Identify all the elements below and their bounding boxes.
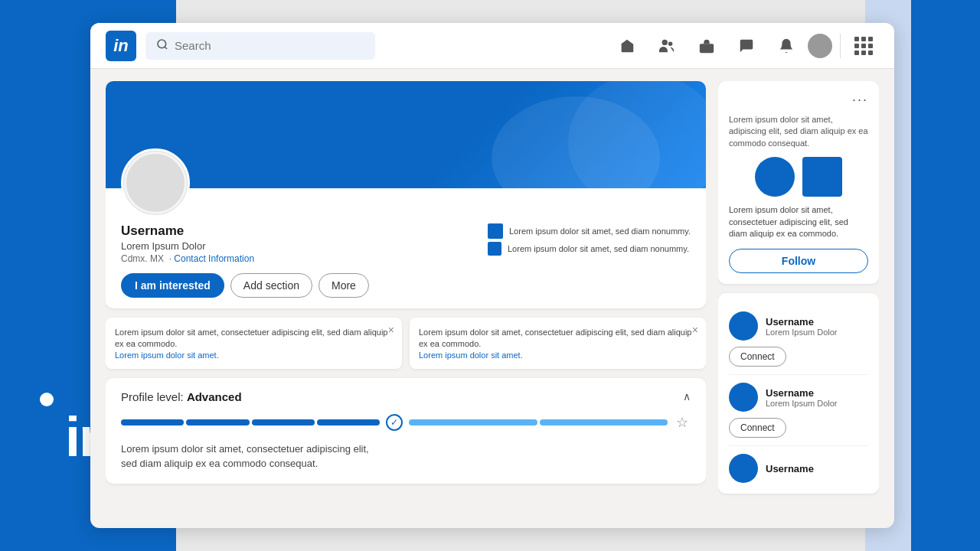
- profile-meta-block: Lorem ipsum dolor sit amet, sed diam non…: [488, 223, 691, 256]
- level-desc-line1: Lorem ipsum dolor sit amet, consectetuer…: [121, 443, 369, 455]
- meta-text-2: Lorem ipsum dolor sit amet, sed diam non…: [508, 243, 689, 254]
- nav-icons-group: [609, 26, 879, 66]
- person-item-1: Username Lorem Ipsum Dolor Connect: [729, 304, 868, 375]
- bg-right-panel: [911, 0, 980, 551]
- promo-shapes: [729, 157, 868, 197]
- follow-button[interactable]: Follow: [729, 249, 868, 273]
- progress-segments-2: [409, 419, 668, 425]
- svg-point-0: [158, 40, 166, 48]
- logo-dot: [40, 393, 54, 406]
- meta-text-1: Lorem ipsum dolor sit amet, sed diam non…: [509, 226, 691, 236]
- promo-intro-text: Lorem ipsum dolor sit amet, adipiscing e…: [729, 114, 868, 149]
- person-avatar-3: [729, 454, 758, 483]
- briefcase-nav-button[interactable]: [688, 26, 725, 66]
- person-info-3: Username: [766, 463, 814, 474]
- contact-info-link[interactable]: Contact Information: [174, 253, 254, 264]
- linkedin-in-text: in: [113, 36, 129, 56]
- progress-bar-container: ✓ ☆: [121, 414, 691, 431]
- search-input[interactable]: [175, 39, 364, 52]
- profile-avatar: [121, 148, 190, 217]
- top-navbar: in: [90, 23, 894, 69]
- user-avatar[interactable]: [808, 34, 832, 58]
- progress-seg-6: [540, 419, 668, 425]
- promo-desc-text: Lorem ipsum dolor sit amet, consectetuer…: [729, 204, 868, 240]
- person-avatar-1: [729, 311, 758, 341]
- profile-section: Username Lorem Ipsum Dolor Cdmx. MX · Co…: [106, 81, 706, 516]
- progress-seg-1: [121, 419, 184, 425]
- svg-point-2: [662, 39, 668, 44]
- meta-item-1: Lorem ipsum dolor sit amet, sed diam non…: [488, 223, 691, 239]
- promo-circle-shape: [755, 157, 795, 197]
- person-title-2: Lorem Ipsum Dolor: [766, 399, 838, 408]
- person-info-2: Username Lorem Ipsum Dolor: [766, 387, 838, 408]
- person-row-1: Username Lorem Ipsum Dolor: [729, 311, 868, 341]
- three-dots-icon[interactable]: ···: [852, 92, 868, 108]
- profile-job-title: Lorem Ipsum Dolor: [121, 240, 472, 252]
- more-button[interactable]: More: [318, 273, 369, 298]
- right-sidebar: ··· Lorem ipsum dolor sit amet, adipisci…: [718, 81, 879, 516]
- browser-window: in: [90, 23, 894, 528]
- grid-menu-button[interactable]: [848, 31, 879, 61]
- profile-card: Username Lorem Ipsum Dolor Cdmx. MX · Co…: [106, 81, 706, 308]
- meta-square-2: [488, 242, 501, 256]
- linkedin-nav-logo[interactable]: in: [106, 31, 136, 61]
- person-name-3: Username: [766, 463, 814, 474]
- promo-card-menu: ···: [729, 92, 868, 108]
- progress-seg-5: [409, 419, 537, 425]
- progress-seg-3: [252, 419, 315, 425]
- level-desc-line2: sed diam aliquip ex ea commodo consequat…: [121, 458, 318, 469]
- notifications-nav-button[interactable]: [768, 26, 805, 66]
- notification-card-1: × Lorem ipsum dolor sit amet, consectetu…: [106, 318, 402, 369]
- interested-button[interactable]: I am interested: [121, 273, 224, 298]
- main-content: Username Lorem Ipsum Dolor Cdmx. MX · Co…: [90, 69, 894, 528]
- add-section-button[interactable]: Add section: [230, 273, 312, 298]
- level-title: Profile level: Advanced: [121, 390, 242, 403]
- profile-actions: I am interested Add section More: [106, 273, 706, 308]
- meta-item-2: Lorem ipsum dolor sit amet, sed diam non…: [488, 242, 691, 256]
- home-nav-button[interactable]: [609, 26, 645, 66]
- connect-button-1[interactable]: Connect: [729, 347, 786, 367]
- notif-link-1[interactable]: Lorem ipsum dolor sit amet.: [115, 350, 393, 360]
- person-avatar-2: [729, 383, 758, 412]
- notif-text-1: Lorem ipsum dolor sit amet, consectetuer…: [115, 327, 393, 350]
- level-header: Profile level: Advanced ∧: [121, 390, 691, 403]
- person-title-1: Lorem Ipsum Dolor: [766, 328, 838, 337]
- svg-rect-4: [700, 44, 714, 53]
- notif-close-1[interactable]: ×: [388, 324, 394, 336]
- progress-segments: [121, 419, 380, 425]
- level-label: Profile level:: [121, 390, 187, 403]
- notification-card-2: × Lorem ipsum dolor sit amet, consectetu…: [410, 318, 706, 369]
- search-icon: [156, 38, 168, 54]
- search-bar[interactable]: [145, 32, 375, 60]
- nav-divider: [840, 34, 841, 58]
- promo-square-shape: [802, 157, 842, 197]
- notif-close-2[interactable]: ×: [692, 324, 698, 336]
- progress-check-icon: ✓: [386, 414, 403, 431]
- person-name-2: Username: [766, 387, 838, 399]
- messaging-nav-button[interactable]: [728, 26, 765, 66]
- notif-text-2: Lorem ipsum dolor sit amet, consectetuer…: [419, 327, 697, 350]
- people-suggestions-card: Username Lorem Ipsum Dolor Connect Usern…: [718, 293, 879, 494]
- notif-link-2[interactable]: Lorem ipsum dolor sit amet.: [419, 350, 697, 360]
- grid-icon: [854, 37, 873, 55]
- profile-name: Username: [121, 223, 472, 239]
- chevron-up-icon[interactable]: ∧: [683, 390, 691, 403]
- progress-seg-4: [317, 419, 380, 425]
- svg-line-1: [165, 47, 167, 49]
- person-row-2: Username Lorem Ipsum Dolor: [729, 383, 868, 412]
- profile-location: Cdmx. MX · Contact Information: [121, 253, 472, 264]
- profile-text-block: Username Lorem Ipsum Dolor Cdmx. MX · Co…: [121, 223, 472, 264]
- avatar-ring: [124, 152, 187, 214]
- person-name-1: Username: [766, 316, 838, 328]
- person-info-1: Username Lorem Ipsum Dolor: [766, 316, 838, 337]
- level-value: Advanced: [187, 390, 242, 403]
- svg-point-3: [668, 41, 673, 46]
- people-nav-button[interactable]: [648, 26, 685, 66]
- star-icon[interactable]: ☆: [674, 414, 691, 431]
- notification-cards-row: × Lorem ipsum dolor sit amet, consectetu…: [106, 318, 706, 369]
- profile-level-card: Profile level: Advanced ∧ ✓: [106, 378, 706, 484]
- person-item-2: Username Lorem Ipsum Dolor Connect: [729, 375, 868, 446]
- connect-button-2[interactable]: Connect: [729, 418, 786, 438]
- promo-card: ··· Lorem ipsum dolor sit amet, adipisci…: [718, 81, 879, 284]
- profile-avatar-container: [106, 148, 706, 217]
